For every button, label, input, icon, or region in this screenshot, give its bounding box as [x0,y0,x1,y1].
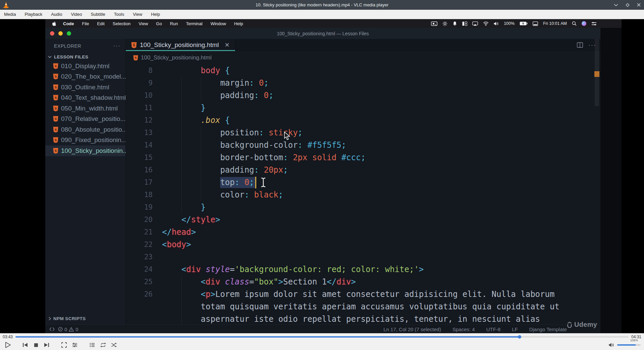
npm-scripts-section[interactable]: NPM SCRIPTS [45,314,129,323]
mac-menu-selection[interactable]: Selection [113,21,130,26]
tab-close-icon[interactable]: ✕ [225,41,230,49]
code-line-17[interactable]: 17 top: 0; [126,176,600,189]
code-line-18[interactable]: 18 color: black; [126,189,600,201]
maximize-icon[interactable] [626,3,630,7]
status-item[interactable]: UTF-8 [486,326,501,332]
desktop-icon[interactable] [533,21,538,26]
code-text: <body> [162,238,191,251]
remote-indicator-icon[interactable] [49,327,55,332]
code-line-21[interactable]: 21</head> [126,226,600,238]
code-line-10[interactable]: 10 padding: 0; [126,89,600,102]
explorer-more-icon[interactable]: ··· [113,43,121,49]
problems-indicator[interactable]: 0 0 [58,326,78,332]
search-icon[interactable] [572,21,577,26]
wifi-icon[interactable] [483,21,489,26]
vlc-menu-subtitle[interactable]: Subtitle [91,12,105,17]
code-line-14[interactable]: 14 background-color: #f5f5f5; [126,139,600,151]
speaker-icon[interactable] [609,343,614,347]
mac-menu-terminal[interactable]: Terminal [186,21,203,26]
mac-menu-edit[interactable]: Edit [97,21,104,26]
mac-menu-view[interactable]: View [139,21,148,26]
code-line-24[interactable]: 24 <div style='background-color: red; co… [126,263,600,276]
file-item-030-outline-html[interactable]: 5030_Outline.html [45,82,125,93]
status-item[interactable]: Spaces: 4 [452,326,475,332]
battery-charging-icon[interactable] [520,21,528,26]
menu-clock[interactable]: Fri 10:01 AM [543,21,567,26]
previous-button[interactable] [21,341,30,349]
volume-slider[interactable] [617,344,641,346]
code-line-13[interactable]: 13 position: sticky; [126,127,600,139]
stop-button[interactable] [32,341,40,349]
code-line-19[interactable]: 19 } [126,201,600,214]
vlc-menu-playback[interactable]: Playback [24,12,42,17]
next-button[interactable] [42,341,51,349]
loop-button[interactable] [99,341,107,349]
brightness-icon[interactable] [442,21,447,26]
screen-record-icon[interactable] [431,21,437,26]
vlc-menu-media[interactable]: Media [4,12,16,17]
shuffle-button[interactable] [109,341,118,349]
code-text: border-bottom: 2px solid #ccc; [162,151,366,164]
code-line-23[interactable]: 23 [126,251,600,263]
playlist-button[interactable] [88,341,97,349]
code-line-12[interactable]: 12 .box { [126,114,600,127]
notification-bell-icon[interactable] [452,21,457,26]
file-item-010-display-html[interactable]: 5010_Display.html [45,61,125,72]
file-item-080-absolute-positio-[interactable]: 5080_Absolute_positio... [45,124,125,135]
code-line-22[interactable]: 22<body> [126,238,600,251]
code-line-wrap[interactable]: aspernatur iste odio repellat perspiciat… [126,313,600,324]
vlc-menu-view[interactable]: View [133,12,142,17]
file-item-070-relative-positio-[interactable]: 5070_Relative_positio... [45,114,125,125]
breadcrumb-file[interactable]: 100_Sticky_positioning.html [141,54,212,61]
fullscreen-button[interactable] [60,341,68,349]
vlc-menu-tools[interactable]: Tools [114,12,124,17]
video-frame[interactable]: CodeFileEditSelectionViewGoRunTerminalWi… [0,19,644,333]
seek-bar[interactable] [15,336,629,338]
minimize-icon[interactable] [614,4,618,6]
mac-menu-help[interactable]: Help [234,21,243,26]
tiles-icon[interactable] [462,21,467,26]
file-item-050-min-width-html[interactable]: 5050_Min_width.html [45,103,125,114]
apple-icon[interactable] [52,21,56,26]
volume-icon[interactable] [494,21,499,26]
seek-bar-handle[interactable] [518,335,521,339]
mac-menu-run[interactable]: Run [170,21,178,26]
code-line-15[interactable]: 15 border-bottom: 2px solid #ccc; [126,151,600,164]
control-center-icon[interactable] [591,22,597,26]
mac-menu-window[interactable]: Window [211,21,226,26]
code-line-wrap[interactable]: totam quisquam veritatis aperiam accusam… [126,301,600,313]
mac-menu-file[interactable]: File [82,21,89,26]
close-icon[interactable] [637,3,641,7]
code-line-20[interactable]: 20 </style> [126,214,600,226]
breadcrumb[interactable]: 5 100_Sticky_positioning.html [126,51,600,64]
line-number: 11 [126,102,153,114]
code-editor[interactable]: 8 body {9 margin: 0;10 padding: 0;11 }12… [126,64,600,324]
code-line-9[interactable]: 9 margin: 0; [126,77,600,89]
file-item-040-text-shadow-html[interactable]: 5040_Text_shadow.html [45,93,125,103]
mac-menu-go[interactable]: Go [156,21,162,26]
mac-menu-code[interactable]: Code [63,21,74,26]
play-button[interactable] [3,341,12,349]
line-number: 22 [126,238,153,251]
vscode-title-bar[interactable]: 100_Sticky_positioning.html — Lesson Fil… [45,28,600,39]
code-line-8[interactable]: 8 body { [126,64,600,77]
code-line-26[interactable]: 26 <p>Lorem ipsum dolor sit amet consect… [126,288,600,301]
lesson-files-section[interactable]: LESSON FILES [48,54,125,59]
status-item[interactable]: LF [512,326,518,332]
tab-100-sticky-positioning[interactable]: 5 100_Sticky_positioning.html ✕ [126,39,235,51]
siri-icon[interactable] [582,21,586,26]
file-item-100-sticky-positionin-[interactable]: 5100_Sticky_positionin... [45,145,125,156]
extended-settings-button[interactable] [70,341,79,349]
vlc-menu-video[interactable]: Video [71,12,82,17]
file-item-090-fixed-positionin-[interactable]: 5090_Fixed_positionin... [45,135,125,146]
display-mirror-icon[interactable] [472,21,478,26]
file-item-020-the-box-model-[interactable]: 5020_The_box_model.... [45,72,125,82]
status-item[interactable]: Ln 17, Col 20 (7 selected) [383,326,441,332]
vlc-menu-help[interactable]: Help [151,12,160,17]
code-line-16[interactable]: 16 padding: 20px; [126,164,600,176]
status-item[interactable]: Django Template [529,326,567,332]
code-line-11[interactable]: 11 } [126,102,600,114]
vlc-menu-audio[interactable]: Audio [51,12,62,17]
code-line-25[interactable]: 25 <div class="box">Section 1</div> [126,276,600,288]
split-editor-icon[interactable] [577,42,583,48]
